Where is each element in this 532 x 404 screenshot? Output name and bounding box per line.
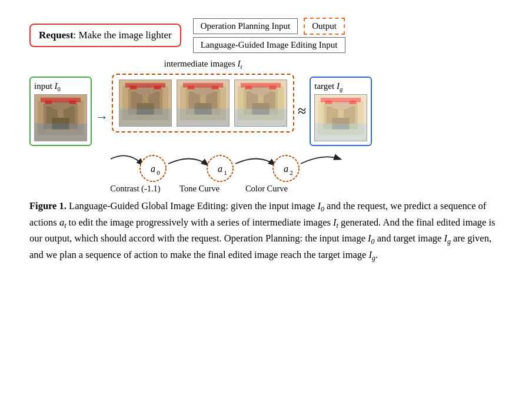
svg-text:1: 1	[224, 169, 227, 176]
request-label: Request	[39, 29, 74, 41]
input-label: input I0	[34, 81, 61, 92]
svg-text:a: a	[284, 164, 288, 174]
target-label: target Ig	[314, 81, 343, 92]
caption-I0b: I0	[368, 233, 374, 244]
intermediate-image-2	[177, 80, 230, 127]
op-label-1: Tone Curve	[166, 184, 233, 194]
svg-text:0: 0	[157, 169, 160, 176]
figure-caption: Figure 1. Language-Guided Global Image E…	[29, 198, 503, 264]
input-container: input I0	[29, 77, 92, 146]
approx-symbol: ≈	[298, 102, 306, 120]
intermediate-group: intermediate images It	[112, 59, 294, 133]
caption-text1: Language-Guided Global Image Editing: gi…	[66, 200, 318, 211]
caption-It: It	[333, 217, 338, 228]
svg-rect-30	[188, 86, 195, 90]
svg-rect-32	[177, 109, 229, 126]
svg-rect-9	[69, 101, 77, 104]
target-group: target Ig	[310, 77, 372, 146]
intermediate-image-3	[234, 80, 287, 127]
caption-text7: .	[375, 249, 378, 260]
svg-rect-41	[245, 86, 252, 90]
request-text: : Make the image lighter	[74, 29, 172, 41]
svg-rect-53	[350, 101, 357, 104]
caption-Ig2: Ig	[369, 249, 375, 260]
intermediate-image-1	[119, 80, 172, 127]
arrows-svg: a 0 a 1 a 2	[105, 147, 358, 183]
images-row: input I0	[29, 59, 503, 146]
op-label-0: Contrast (-1.1)	[105, 184, 166, 194]
caption-at: at	[59, 217, 66, 228]
svg-rect-20	[154, 86, 161, 90]
diagram: input I0	[29, 59, 503, 194]
svg-text:2: 2	[290, 169, 293, 176]
input-image-group: input I0	[29, 77, 92, 146]
op-label-2: Color Curve	[233, 184, 300, 194]
svg-rect-52	[325, 101, 332, 104]
op-planning-box: Operation Planning Input	[193, 18, 298, 34]
svg-rect-42	[270, 86, 277, 90]
svg-rect-43	[235, 109, 287, 126]
intermediate-container	[112, 74, 294, 133]
op-labels-row: Contrast (-1.1) Tone Curve Color Curve	[105, 184, 300, 194]
intermediate-label: intermediate images It	[164, 59, 242, 70]
svg-rect-10	[35, 124, 87, 141]
target-container: target Ig	[310, 77, 372, 146]
top-section: Request: Make the image lighter Operatio…	[29, 18, 503, 53]
svg-rect-54	[315, 124, 367, 141]
svg-text:a: a	[151, 164, 155, 174]
svg-rect-31	[212, 86, 219, 90]
caption-text5: and target image	[375, 233, 444, 244]
arrow-0: →	[95, 110, 108, 125]
svg-text:a: a	[218, 164, 222, 174]
input-image	[34, 94, 87, 141]
request-box: Request: Make the image lighter	[29, 24, 181, 47]
caption-Ig: Ig	[444, 233, 450, 244]
svg-rect-21	[119, 109, 171, 126]
output-box: Output	[304, 18, 345, 35]
label-row-bottom: Language-Guided Image Editing Input	[193, 37, 345, 53]
actions-area: a 0 a 1 a 2	[29, 147, 503, 183]
label-row-top: Operation Planning Input Output	[193, 18, 345, 35]
right-labels: Operation Planning Input Output Language…	[193, 18, 345, 53]
fig-num: Figure 1.	[29, 200, 66, 211]
target-image	[314, 94, 367, 141]
svg-rect-8	[45, 101, 52, 104]
caption-text3: to edit the image progressively with a s…	[66, 217, 333, 228]
op-labels-area: Contrast (-1.1) Tone Curve Color Curve	[29, 184, 503, 194]
caption-I0: I0	[318, 200, 324, 211]
lang-guided-box: Language-Guided Image Editing Input	[193, 37, 345, 53]
svg-rect-19	[130, 86, 137, 90]
